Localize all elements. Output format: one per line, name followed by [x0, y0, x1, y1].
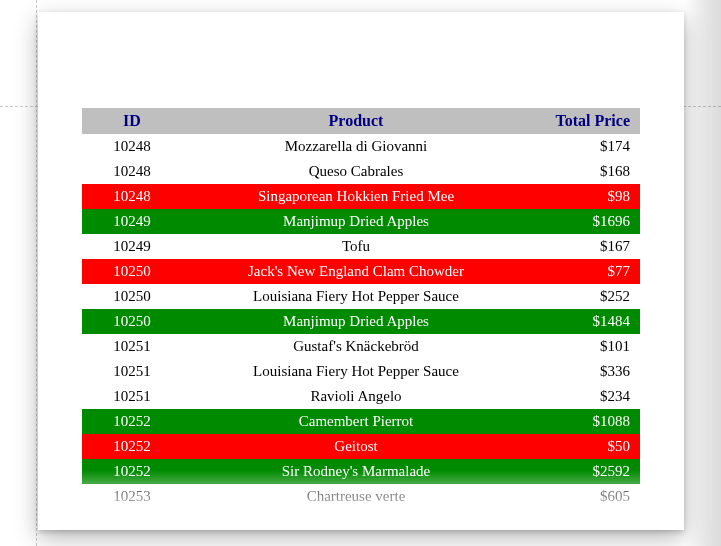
report-page: ID Product Total Price 10248Mozzarella d…: [38, 12, 684, 530]
table-row: 10253Chartreuse verte$605: [82, 484, 640, 509]
cell-total-price: $234: [530, 384, 640, 409]
cell-id: 10250: [82, 259, 182, 284]
cell-total-price: $1088: [530, 409, 640, 434]
table-row: 10251Louisiana Fiery Hot Pepper Sauce$33…: [82, 359, 640, 384]
table-row: 10250Louisiana Fiery Hot Pepper Sauce$25…: [82, 284, 640, 309]
cell-product: Gustaf's Knäckebröd: [182, 334, 530, 359]
column-header-id: ID: [82, 108, 182, 134]
cell-id: 10248: [82, 184, 182, 209]
table-row: 10251Ravioli Angelo$234: [82, 384, 640, 409]
table-row: 10250Manjimup Dried Apples$1484: [82, 309, 640, 334]
cell-product: Chartreuse verte: [182, 484, 530, 509]
cell-product: Singaporean Hokkien Fried Mee: [182, 184, 530, 209]
cell-product: Ravioli Angelo: [182, 384, 530, 409]
table-row: 10252Camembert Pierrot$1088: [82, 409, 640, 434]
table-row: 10252Sir Rodney's Marmalade$2592: [82, 459, 640, 484]
cell-id: 10252: [82, 434, 182, 459]
cell-total-price: $2592: [530, 459, 640, 484]
cell-id: 10252: [82, 459, 182, 484]
cell-product: Mozzarella di Giovanni: [182, 134, 530, 159]
cell-product: Queso Cabrales: [182, 159, 530, 184]
cell-total-price: $167: [530, 234, 640, 259]
cell-total-price: $336: [530, 359, 640, 384]
cell-id: 10249: [82, 209, 182, 234]
table-body: 10248Mozzarella di Giovanni$17410248Ques…: [82, 134, 640, 509]
column-header-product: Product: [182, 108, 530, 134]
cell-total-price: $252: [530, 284, 640, 309]
cell-id: 10251: [82, 334, 182, 359]
cell-product: Geitost: [182, 434, 530, 459]
order-details-table: ID Product Total Price 10248Mozzarella d…: [82, 108, 640, 509]
cell-id: 10253: [82, 484, 182, 509]
report-stage: ID Product Total Price 10248Mozzarella d…: [0, 0, 721, 546]
table-row: 10248Singaporean Hokkien Fried Mee$98: [82, 184, 640, 209]
table-header-row: ID Product Total Price: [82, 108, 640, 134]
cell-total-price: $50: [530, 434, 640, 459]
cell-total-price: $1484: [530, 309, 640, 334]
cell-product: Louisiana Fiery Hot Pepper Sauce: [182, 284, 530, 309]
cell-product: Manjimup Dried Apples: [182, 209, 530, 234]
cell-total-price: $77: [530, 259, 640, 284]
cell-total-price: $174: [530, 134, 640, 159]
cell-id: 10250: [82, 284, 182, 309]
table-row: 10249Tofu$167: [82, 234, 640, 259]
cell-id: 10248: [82, 159, 182, 184]
cell-total-price: $1696: [530, 209, 640, 234]
cell-id: 10249: [82, 234, 182, 259]
cell-product: Louisiana Fiery Hot Pepper Sauce: [182, 359, 530, 384]
cell-product: Jack's New England Clam Chowder: [182, 259, 530, 284]
table-row: 10248Mozzarella di Giovanni$174: [82, 134, 640, 159]
cell-id: 10250: [82, 309, 182, 334]
cell-id: 10248: [82, 134, 182, 159]
cell-id: 10252: [82, 409, 182, 434]
table-row: 10252Geitost$50: [82, 434, 640, 459]
cell-total-price: $101: [530, 334, 640, 359]
table-row: 10251Gustaf's Knäckebröd$101: [82, 334, 640, 359]
cell-product: Sir Rodney's Marmalade: [182, 459, 530, 484]
cell-id: 10251: [82, 359, 182, 384]
right-edge-shadow: [685, 0, 721, 546]
table-row: 10248Queso Cabrales$168: [82, 159, 640, 184]
cell-total-price: $605: [530, 484, 640, 509]
table-row: 10249Manjimup Dried Apples$1696: [82, 209, 640, 234]
cell-product: Manjimup Dried Apples: [182, 309, 530, 334]
cell-total-price: $168: [530, 159, 640, 184]
margin-guide-vertical: [36, 0, 37, 546]
cell-total-price: $98: [530, 184, 640, 209]
column-header-total-price: Total Price: [530, 108, 640, 134]
cell-product: Tofu: [182, 234, 530, 259]
cell-id: 10251: [82, 384, 182, 409]
cell-product: Camembert Pierrot: [182, 409, 530, 434]
table-row: 10250Jack's New England Clam Chowder$77: [82, 259, 640, 284]
